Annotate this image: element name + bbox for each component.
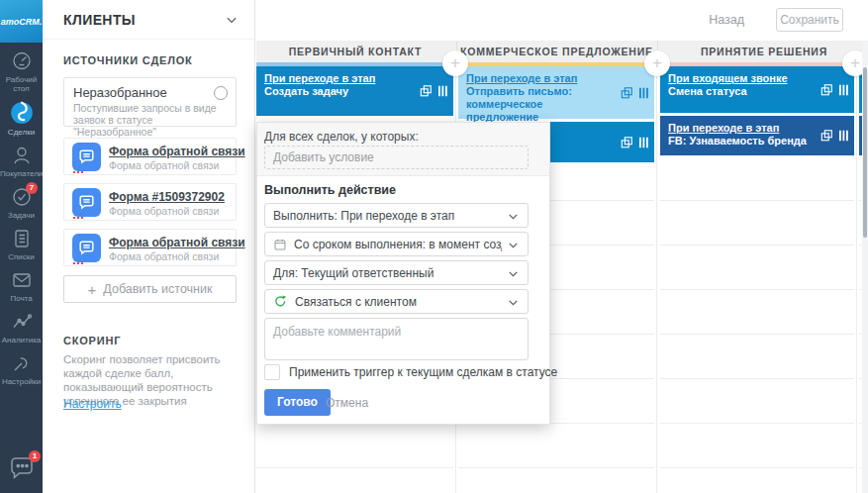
back-button[interactable]: Назад: [709, 13, 744, 27]
sidebar-item-label: Списки: [0, 252, 43, 261]
trigger-type-link[interactable]: При входящем звонке: [668, 72, 788, 84]
drag-handle-icon[interactable]: [438, 86, 447, 97]
trigger-type-select[interactable]: Выполнить: При переходе в этап: [264, 203, 529, 228]
add-condition-field[interactable]: Добавить условие: [264, 146, 529, 169]
add-source-button[interactable]: + Добавить источник: [63, 275, 237, 303]
copy-icon[interactable]: [820, 130, 833, 143]
column-grid: [660, 156, 854, 493]
sidebar-item-settings[interactable]: Настройки: [0, 351, 43, 386]
source-card[interactable]: Форма обратной связи Форма обратной связ…: [63, 229, 237, 266]
drag-handle-icon[interactable]: [839, 84, 848, 95]
pipeline-board: Назад Сохранить ПЕРВИЧНЫЙ КОНТАКТ КОММЕР…: [256, 0, 868, 493]
trigger-card-create-task[interactable]: При переходе в этап Создать задачу: [256, 66, 453, 116]
drag-handle-icon[interactable]: [839, 131, 848, 142]
source-title-link[interactable]: Форма обратной связи: [109, 236, 245, 249]
dashboard-icon: [0, 49, 43, 73]
drag-handle-icon[interactable]: [639, 137, 648, 148]
column-title-commercial-offer: КОММЕРЧЕСКОЕ ПРЕДЛОЖЕНИЕ: [458, 41, 655, 62]
trigger-action-label: FB: Узнаваемость бренда: [668, 135, 811, 148]
vertical-scrollbar: [862, 41, 868, 493]
trigger-card-send-letter[interactable]: При переходе в этап Отправить письмо: ко…: [458, 66, 654, 119]
source-subtitle: Форма обратной связи: [109, 159, 219, 171]
source-card[interactable]: Форма #1509372902 Форма обратной связи: [63, 183, 237, 221]
lists-icon: [0, 227, 43, 250]
cancel-button[interactable]: Отмена: [326, 396, 368, 410]
copy-icon[interactable]: [820, 83, 833, 96]
responsible-select[interactable]: Для: Текущий ответственный: [264, 260, 529, 285]
unsorted-card[interactable]: Неразобранное Поступившие запросы в виде…: [63, 77, 237, 127]
select-value: Для: Текущий ответственный: [273, 266, 434, 280]
deals-icon: [0, 100, 43, 126]
panel-header: КЛИЕНТЫ: [43, 0, 254, 40]
sidebar-item-label: Задачи: [0, 211, 43, 220]
unsorted-title: Неразобранное: [73, 85, 227, 100]
amocrm-logo[interactable]: amoCRM.: [0, 0, 43, 43]
sidebar-item-buyers[interactable]: Покупатели: [0, 144, 43, 178]
form-source-icon: [72, 188, 101, 217]
deal-sources-heading: ИСТОЧНИКИ СДЕЛОК: [63, 54, 193, 66]
copy-icon[interactable]: [621, 86, 633, 99]
chevron-down-icon: [507, 210, 520, 223]
sidebar-item-label: Настройки: [0, 377, 43, 386]
form-source-icon: [72, 234, 101, 262]
sidebar-item-tasks[interactable]: 7 Задачи: [0, 185, 43, 220]
scrollbar-thumb[interactable]: [863, 67, 867, 238]
trigger-action-label: Создать задачу: [264, 85, 410, 98]
deadline-select[interactable]: Со сроком выполнения: в момент создания: [264, 232, 529, 256]
comment-textarea[interactable]: [264, 318, 529, 360]
sidebar-item-label: Рабочий стол: [0, 75, 43, 93]
source-title-link[interactable]: Форма обратной связи: [109, 145, 245, 158]
trigger-card-status-change[interactable]: При входящем звонке Смена статуса: [660, 66, 854, 113]
apply-trigger-row: Применить триггер к текущим сделкам в ст…: [264, 364, 557, 380]
sidebar-item-deals[interactable]: Сделки: [0, 100, 43, 137]
select-value: Выполнить: При переходе в этап: [273, 209, 454, 223]
add-source-label: Добавить источник: [103, 282, 212, 296]
save-button[interactable]: Сохранить: [776, 8, 843, 32]
task-type-select[interactable]: Связаться с клиентом: [264, 289, 529, 314]
trigger-type-link[interactable]: При переходе в этап: [668, 122, 779, 134]
column-divider: [856, 66, 857, 493]
column-divider: [656, 66, 657, 493]
add-trigger-button[interactable]: +: [442, 50, 468, 76]
copy-icon[interactable]: [621, 136, 633, 148]
done-button[interactable]: Готово: [264, 389, 331, 416]
add-trigger-button[interactable]: +: [644, 50, 670, 76]
form-source-icon: [72, 143, 101, 171]
support-chat-button[interactable]: 1: [7, 453, 39, 485]
scoring-configure-link[interactable]: Настроить: [63, 397, 122, 411]
sidebar-item-analytics[interactable]: Аналитика: [0, 310, 43, 345]
trigger-type-link[interactable]: При переходе в этап: [264, 72, 375, 84]
unsorted-radio[interactable]: [214, 86, 228, 100]
main-sidebar: amoCRM. Рабочий стол Сделки: [0, 0, 43, 493]
amocrm-app: amoCRM. Рабочий стол Сделки: [0, 0, 868, 493]
apply-trigger-checkbox[interactable]: [264, 364, 280, 380]
source-title-link[interactable]: Форма #1509372902: [109, 190, 225, 204]
scoring-heading: СКОРИНГ: [63, 335, 121, 346]
apply-trigger-label: Применить триггер к текущим сделкам в ст…: [289, 365, 557, 379]
calendar-icon: [273, 238, 287, 251]
sidebar-item-mail[interactable]: Почта: [0, 268, 43, 303]
trigger-action-label: Отправить письмо: коммерческое предложен…: [466, 85, 611, 124]
sidebar-item-lists[interactable]: Списки: [0, 227, 43, 261]
trigger-edit-modal: Для всех сделок, у которых: Добавить усл…: [256, 122, 550, 425]
plus-icon: +: [88, 281, 97, 298]
clients-panel: КЛИЕНТЫ ИСТОЧНИКИ СДЕЛОК Неразобранное П…: [43, 0, 255, 493]
panel-title: КЛИЕНТЫ: [63, 12, 136, 28]
unsorted-description: Поступившие запросы в виде заявок в стат…: [73, 102, 230, 138]
sidebar-item-dashboard[interactable]: Рабочий стол: [0, 49, 43, 93]
chevron-down-icon[interactable]: [225, 13, 239, 27]
trigger-action-label: Смена статуса: [668, 85, 811, 98]
mail-icon: [0, 268, 43, 292]
copy-icon[interactable]: [420, 85, 433, 98]
chat-badge: 1: [29, 450, 41, 462]
buyers-icon: [0, 144, 43, 167]
trigger-type-link[interactable]: При переходе в этап: [466, 72, 577, 84]
drag-handle-icon[interactable]: [639, 87, 648, 98]
sidebar-item-label: Аналитика: [0, 336, 43, 345]
tasks-badge: 7: [26, 182, 38, 194]
source-card[interactable]: Форма обратной связи Форма обратной связ…: [63, 138, 237, 175]
sidebar-item-label: Покупатели: [0, 169, 43, 178]
trigger-card-fb-brand-awareness[interactable]: При переходе в этап FB: Узнаваемость бре…: [660, 116, 854, 155]
sidebar-item-label: Почта: [0, 294, 43, 303]
sidebar-nav: Рабочий стол Сделки Покупатели: [0, 49, 43, 393]
